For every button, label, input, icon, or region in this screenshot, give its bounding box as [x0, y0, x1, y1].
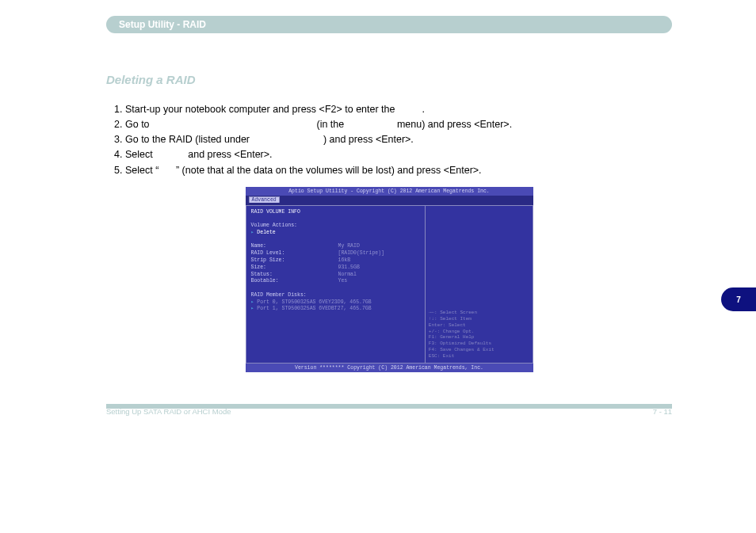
side-page-badge: 7	[721, 287, 756, 311]
step-text: Go to	[125, 119, 152, 130]
bios-title-bar: Aptio Setup Utility - Copyright (C) 2012…	[246, 187, 533, 196]
header-title: Setup Utility - RAID	[119, 19, 206, 30]
steps-list: Start-up your notebook computer and pres…	[106, 102, 672, 177]
step-bold: Delete	[155, 149, 185, 160]
disk-1: ▸ Port 1, ST9500325AS 6VEDBT27, 465.7GB	[251, 306, 420, 313]
bios-heading: RAID VOLUME INFO	[251, 209, 420, 216]
bios-right-panel: →←: Select Screen ↑↓: Select Item Enter:…	[426, 206, 533, 363]
disk-0: ▸ Port 0, ST9500325AS 6VEY23D9, 465.7GB	[251, 299, 420, 306]
level-value: [RAID0(Stripe)]	[338, 250, 385, 256]
step-bold: RAID Volumes:	[253, 134, 323, 145]
step-text: .	[422, 104, 425, 115]
bios-actions-label: Volume Actions:	[251, 223, 420, 230]
step-4: Select Delete and press <Enter>.	[125, 147, 672, 162]
help-line: F3: Optimized Defaults	[429, 341, 494, 347]
step-3: Go to the RAID (listed under RAID Volume…	[125, 132, 672, 147]
bios-left-panel: RAID VOLUME INFO Volume Actions: ▸ Delet…	[246, 206, 426, 363]
step-text: and press <Enter>.	[185, 149, 273, 160]
step-5: Select “Yes” (note that al the data on t…	[125, 163, 672, 177]
section-title: Deleting a RAID	[106, 73, 672, 86]
boot-value: Yes	[338, 278, 348, 284]
status-value: Normal	[338, 272, 357, 277]
help-line: F4: Save Changes & Exit	[429, 347, 494, 353]
header-bar: Setup Utility - RAID	[106, 16, 672, 33]
bios-bottom-bar: Version ******** Copyright (C) 2012 Amer…	[246, 364, 533, 372]
step-text: Select	[125, 149, 155, 160]
help-line: →←: Select Screen	[429, 310, 494, 316]
step-text: Go to the RAID (listed under	[125, 134, 253, 145]
name-value: My RAID	[338, 243, 360, 249]
delete-label: Delete	[257, 230, 275, 235]
disk-text: Port 0, ST9500325AS 6VEY23D9, 465.7GB	[257, 299, 371, 305]
strip-label: Strip Size:	[251, 257, 338, 265]
name-label: Name:	[251, 243, 338, 250]
help-line: ↑↓: Select Item	[429, 316, 494, 322]
help-line: Enter: Select	[429, 322, 494, 329]
step-text: Start-up your notebook computer and pres…	[125, 104, 398, 115]
help-line: +/-: Change Opt.	[429, 329, 494, 335]
bios-help-keys: →←: Select Screen ↑↓: Select Item Enter:…	[429, 310, 494, 359]
step-text: ) and press <Enter>.	[323, 134, 414, 145]
step-bold: Intel(R) Rapid Storage Technology	[152, 119, 314, 130]
size-label: Size:	[251, 265, 338, 272]
strip-value: 16kB	[338, 257, 351, 263]
step-bold: Advanced	[347, 119, 395, 130]
help-line: ESC: Exit	[429, 353, 494, 360]
help-line: F1: General Help	[429, 334, 494, 341]
boot-label: Bootable:	[251, 278, 338, 285]
level-label: RAID Level:	[251, 250, 338, 257]
bios-screenshot: Aptio Setup Utility - Copyright (C) 2012…	[246, 187, 533, 372]
step-bold: BIOS	[398, 104, 422, 115]
bios-tab-advanced: Advanced	[249, 196, 280, 203]
step-text: Select “	[125, 165, 158, 176]
bios-tab-row: Advanced	[246, 196, 533, 205]
step-bold: Yes	[158, 165, 176, 176]
step-text: ” (note that al the data on the volumes …	[176, 165, 482, 176]
status-label: Status:	[251, 272, 338, 279]
disk-text: Port 1, ST9500325AS 6VEDBT27, 465.7GB	[257, 306, 371, 311]
size-value: 931.5GB	[338, 265, 360, 270]
step-1: Start-up your notebook computer and pres…	[125, 102, 672, 116]
step-text: menu) and press <Enter>.	[394, 119, 512, 130]
footer-left: Setting Up SATA RAID or AHCI Mode	[106, 407, 231, 416]
disks-label: RAID Member Disks:	[251, 292, 420, 299]
page-footer: Setting Up SATA RAID or AHCI Mode 7 - 11	[106, 404, 672, 409]
step-2: Go to Intel(R) Rapid Storage Technology …	[125, 117, 672, 131]
bios-delete-action: ▸ Delete	[251, 230, 420, 237]
footer-right: 7 - 11	[653, 407, 672, 416]
step-text: (in the	[314, 119, 347, 130]
